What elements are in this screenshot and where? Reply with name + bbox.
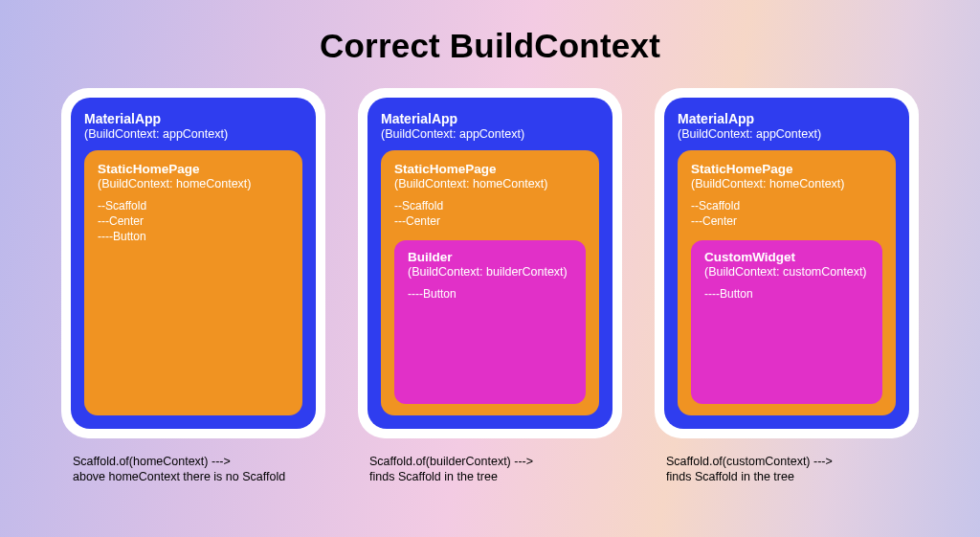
caption: Scaffold.of(builderContext) ---> finds S… bbox=[358, 438, 622, 485]
builder-title: Builder bbox=[408, 250, 572, 264]
tree-lines: --Scaffold ---Center bbox=[394, 198, 586, 229]
statichomepage-title: StaticHomePage bbox=[691, 162, 882, 176]
materialapp-header: MaterialApp (BuildContext: appContext) bbox=[84, 111, 302, 141]
materialapp-box: MaterialApp (BuildContext: appContext) S… bbox=[71, 98, 316, 429]
card-frame: MaterialApp (BuildContext: appContext) S… bbox=[358, 88, 622, 438]
tree-line: ---Center bbox=[691, 213, 882, 229]
customwidget-box: CustomWidget (BuildContext: customContex… bbox=[691, 240, 882, 404]
statichomepage-box: StaticHomePage (BuildContext: homeContex… bbox=[381, 150, 599, 415]
cards-row: MaterialApp (BuildContext: appContext) S… bbox=[0, 65, 980, 485]
statichomepage-title: StaticHomePage bbox=[98, 162, 289, 176]
materialapp-title: MaterialApp bbox=[678, 111, 896, 126]
tree-lines: ----Button bbox=[408, 286, 572, 302]
customwidget-subtitle: (BuildContext: customContext) bbox=[704, 265, 869, 279]
diagram-card-1: MaterialApp (BuildContext: appContext) S… bbox=[358, 88, 622, 485]
diagram-card-0: MaterialApp (BuildContext: appContext) S… bbox=[61, 88, 325, 485]
page-title: Correct BuildContext bbox=[0, 0, 980, 65]
tree-line: ----Button bbox=[704, 286, 869, 302]
statichomepage-subtitle: (BuildContext: homeContext) bbox=[98, 177, 289, 190]
materialapp-subtitle: (BuildContext: appContext) bbox=[381, 127, 599, 141]
caption: Scaffold.of(customContext) ---> finds Sc… bbox=[655, 438, 919, 485]
card-frame: MaterialApp (BuildContext: appContext) S… bbox=[61, 88, 325, 438]
tree-lines: ----Button bbox=[704, 286, 869, 302]
materialapp-subtitle: (BuildContext: appContext) bbox=[678, 127, 896, 141]
tree-line: --Scaffold bbox=[394, 198, 586, 213]
builder-subtitle: (BuildContext: builderContext) bbox=[408, 265, 572, 279]
materialapp-header: MaterialApp (BuildContext: appContext) bbox=[678, 111, 896, 141]
statichomepage-subtitle: (BuildContext: homeContext) bbox=[691, 177, 882, 190]
diagram-card-2: MaterialApp (BuildContext: appContext) S… bbox=[655, 88, 919, 485]
materialapp-title: MaterialApp bbox=[84, 111, 302, 126]
tree-line: --Scaffold bbox=[691, 198, 882, 213]
card-frame: MaterialApp (BuildContext: appContext) S… bbox=[655, 88, 919, 438]
tree-lines: --Scaffold ---Center ----Button bbox=[98, 198, 289, 245]
materialapp-header: MaterialApp (BuildContext: appContext) bbox=[381, 111, 599, 141]
materialapp-subtitle: (BuildContext: appContext) bbox=[84, 127, 302, 141]
materialapp-box: MaterialApp (BuildContext: appContext) S… bbox=[664, 98, 909, 429]
tree-line: ----Button bbox=[408, 286, 572, 302]
statichomepage-box: StaticHomePage (BuildContext: homeContex… bbox=[84, 150, 302, 415]
statichomepage-subtitle: (BuildContext: homeContext) bbox=[394, 177, 586, 190]
tree-line: ---Center bbox=[394, 213, 586, 229]
tree-line: --Scaffold bbox=[98, 198, 289, 213]
tree-lines: --Scaffold ---Center bbox=[691, 198, 882, 229]
customwidget-title: CustomWidget bbox=[704, 250, 869, 264]
statichomepage-box: StaticHomePage (BuildContext: homeContex… bbox=[678, 150, 896, 415]
tree-line: ----Button bbox=[98, 229, 289, 244]
statichomepage-title: StaticHomePage bbox=[394, 162, 586, 176]
tree-line: ---Center bbox=[98, 213, 289, 229]
materialapp-box: MaterialApp (BuildContext: appContext) S… bbox=[368, 98, 612, 429]
materialapp-title: MaterialApp bbox=[381, 111, 599, 126]
caption: Scaffold.of(homeContext) ---> above home… bbox=[61, 438, 325, 485]
builder-box: Builder (BuildContext: builderContext) -… bbox=[394, 240, 586, 404]
